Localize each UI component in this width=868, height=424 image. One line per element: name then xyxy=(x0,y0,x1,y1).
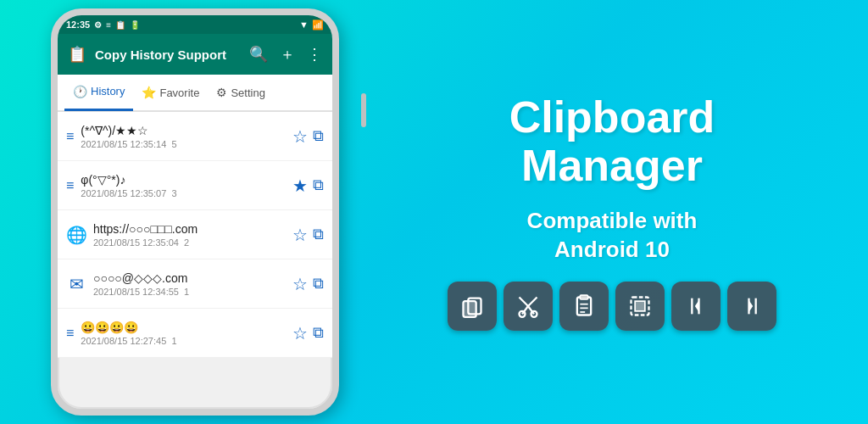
app-subtitle: Compatible with Android 10 xyxy=(527,207,698,265)
favorite-tab-icon: ⭐ xyxy=(142,86,156,99)
svg-marker-16 xyxy=(695,300,699,312)
list-item-meta: 2021/08/15 12:34:55 1 xyxy=(93,287,286,297)
add-button[interactable]: ＋ xyxy=(280,44,295,64)
phone-power-button xyxy=(361,93,366,127)
app-subtitle-line2: Android 10 xyxy=(527,236,698,265)
battery-icon: 🔋 xyxy=(130,20,140,30)
star-button[interactable]: ☆ xyxy=(292,225,308,245)
tabs-bar: 🕐 History ⭐ Favorite ⚙ Setting xyxy=(58,75,332,112)
menu-icon: ≡ xyxy=(106,20,111,30)
star-button[interactable]: ☆ xyxy=(292,323,308,343)
cursor-left-button[interactable] xyxy=(671,282,721,331)
setting-tab-label: Setting xyxy=(231,86,264,99)
search-button[interactable]: 🔍 xyxy=(249,45,268,64)
svg-rect-9 xyxy=(580,295,587,299)
status-bar: 12:35 ⚙ ≡ 📋 🔋 ▼ 📶 xyxy=(58,15,332,34)
cursor-right-button[interactable] xyxy=(727,282,776,331)
copy-button[interactable]: ⧉ xyxy=(313,127,324,145)
phone-shell: 12:35 ⚙ ≡ 📋 🔋 ▼ 📶 📋 Copy History Support… xyxy=(51,8,339,416)
status-icons: ▼ 📶 xyxy=(299,20,324,31)
list-item-actions: ☆ ⧉ xyxy=(292,274,324,294)
cut-button[interactable] xyxy=(504,282,553,331)
clipboard-status-icon: 📋 xyxy=(115,20,125,30)
svg-line-6 xyxy=(520,297,529,306)
list-item-count: 1 xyxy=(171,336,176,346)
list-item-count: 2 xyxy=(184,237,189,248)
signal-icon: 📶 xyxy=(312,20,324,31)
paste-button[interactable] xyxy=(559,282,609,331)
star-button[interactable]: ★ xyxy=(292,176,308,196)
list-item-date: 2021/08/15 12:27:45 xyxy=(81,336,166,346)
app-bar-clipboard-icon: 📋 xyxy=(68,45,86,64)
tab-history[interactable]: 🕐 History xyxy=(64,74,133,111)
setting-tab-icon: ⚙ xyxy=(216,86,227,99)
select-all-button[interactable] xyxy=(615,282,665,331)
history-list: ≡ (*^∇^)/★★☆ 2021/08/15 12:35:14 5 ☆ ⧉ ≡ xyxy=(58,112,332,358)
copy-button[interactable]: ⧉ xyxy=(313,324,324,342)
history-tab-label: History xyxy=(91,85,125,98)
copy-button[interactable]: ⧉ xyxy=(313,226,324,243)
email-icon: ✉ xyxy=(66,274,86,294)
list-item-actions: ☆ ⧉ xyxy=(292,126,324,147)
tab-favorite[interactable]: ⭐ Favorite xyxy=(133,74,208,111)
list-item-date: 2021/08/15 12:35:14 xyxy=(81,139,166,149)
app-bar-actions: 🔍 ＋ ⋮ xyxy=(249,44,322,64)
status-time: 12:35 ⚙ ≡ 📋 🔋 xyxy=(66,20,140,30)
tab-setting[interactable]: ⚙ Setting xyxy=(208,74,273,111)
action-icon-row xyxy=(448,282,776,331)
app-title-line2: Manager xyxy=(509,142,715,190)
list-item-meta: 2021/08/15 12:35:07 3 xyxy=(81,188,286,198)
app-title: Clipboard Manager xyxy=(509,93,715,190)
list-item: ≡ φ(°▽°*)♪ 2021/08/15 12:35:07 3 ★ ⧉ xyxy=(58,161,332,210)
star-button[interactable]: ☆ xyxy=(292,274,308,294)
list-item-actions: ☆ ⧉ xyxy=(292,323,324,343)
list-item-content: φ(°▽°*)♪ 2021/08/15 12:35:07 3 xyxy=(81,173,286,198)
history-tab-icon: 🕐 xyxy=(73,85,87,98)
list-item-count: 1 xyxy=(184,287,189,297)
copy-button[interactable]: ⧉ xyxy=(313,275,324,293)
svg-marker-19 xyxy=(749,300,754,312)
phone-mockup: 12:35 ⚙ ≡ 📋 🔋 ▼ 📶 📋 Copy History Support… xyxy=(51,8,356,416)
list-item-content: 😀😀😀😀 2021/08/15 12:27:45 1 xyxy=(81,321,286,346)
app-title-line1: Clipboard xyxy=(509,93,715,142)
copy-clipboard-button[interactable] xyxy=(448,282,497,331)
wifi-icon: ▼ xyxy=(299,20,309,30)
list-item-text: ○○○○@◇◇◇.com xyxy=(93,271,286,285)
url-icon: 🌐 xyxy=(66,225,86,245)
list-item-meta: 2021/08/15 12:35:14 5 xyxy=(81,139,286,149)
list-item-content: https://○○○□□□.com 2021/08/15 12:35:04 2 xyxy=(93,222,286,248)
list-item-text: 😀😀😀😀 xyxy=(81,321,286,334)
drag-handle-icon[interactable]: ≡ xyxy=(66,129,74,144)
list-item-count: 5 xyxy=(171,139,176,149)
favorite-tab-label: Favorite xyxy=(159,86,199,99)
drag-handle-icon[interactable]: ≡ xyxy=(66,178,74,193)
time-display: 12:35 xyxy=(66,20,90,30)
settings-icon: ⚙ xyxy=(94,20,102,30)
list-item-content: (*^∇^)/★★☆ 2021/08/15 12:35:14 5 xyxy=(81,124,286,149)
app-bar-title: Copy History Support xyxy=(95,47,241,62)
app-subtitle-line1: Compatible with xyxy=(527,207,698,236)
list-item-count: 3 xyxy=(171,188,176,198)
list-item-actions: ★ ⧉ xyxy=(292,176,324,196)
copy-button[interactable]: ⧉ xyxy=(313,176,324,194)
svg-rect-14 xyxy=(635,301,645,311)
list-item: ≡ 😀😀😀😀 2021/08/15 12:27:45 1 ☆ ⧉ xyxy=(58,309,332,358)
more-button[interactable]: ⋮ xyxy=(307,45,322,64)
drag-handle-icon[interactable]: ≡ xyxy=(66,326,74,341)
list-item-actions: ☆ ⧉ xyxy=(292,225,324,245)
list-item-text: φ(°▽°*)♪ xyxy=(81,173,286,187)
list-item: ≡ (*^∇^)/★★☆ 2021/08/15 12:35:14 5 ☆ ⧉ xyxy=(58,112,332,161)
list-item-content: ○○○○@◇◇◇.com 2021/08/15 12:34:55 1 xyxy=(93,271,286,297)
list-item-text: (*^∇^)/★★☆ xyxy=(81,124,286,137)
star-button[interactable]: ☆ xyxy=(292,126,308,147)
list-item-date: 2021/08/15 12:35:04 xyxy=(93,237,179,248)
list-item: 🌐 https://○○○□□□.com 2021/08/15 12:35:04… xyxy=(58,210,332,259)
list-item-meta: 2021/08/15 12:35:04 2 xyxy=(93,237,286,248)
list-item-text: https://○○○□□□.com xyxy=(93,222,286,236)
list-item-date: 2021/08/15 12:34:55 xyxy=(93,287,179,297)
list-item: ✉ ○○○○@◇◇◇.com 2021/08/15 12:34:55 1 ☆ ⧉ xyxy=(58,259,332,309)
svg-line-7 xyxy=(528,297,537,306)
list-item-date: 2021/08/15 12:35:07 xyxy=(81,188,166,198)
list-item-meta: 2021/08/15 12:27:45 1 xyxy=(81,336,286,346)
svg-rect-1 xyxy=(464,301,476,317)
